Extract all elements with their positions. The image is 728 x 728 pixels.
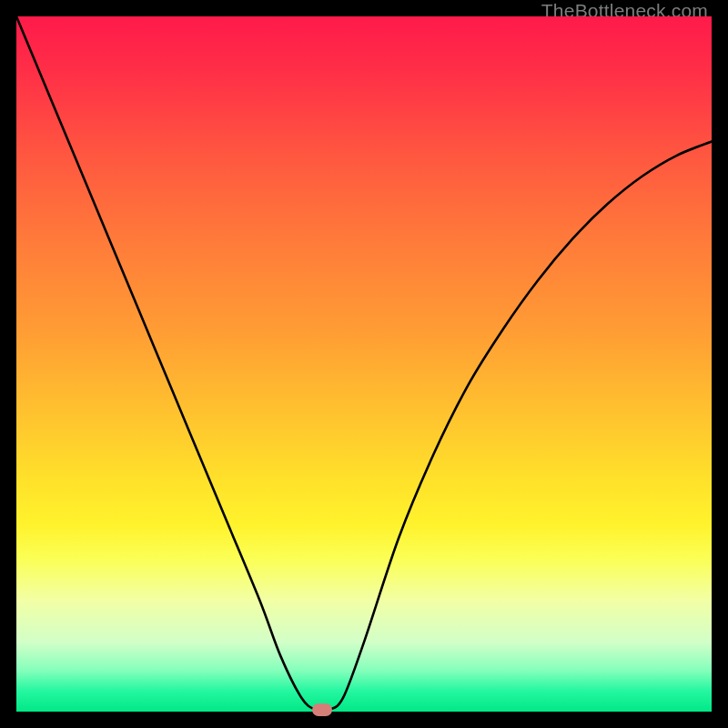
bottleneck-curve <box>16 16 712 712</box>
plot-area <box>16 16 712 712</box>
chart-frame: TheBottleneck.com <box>0 0 728 728</box>
min-marker <box>312 703 332 716</box>
curve-path <box>16 16 712 711</box>
